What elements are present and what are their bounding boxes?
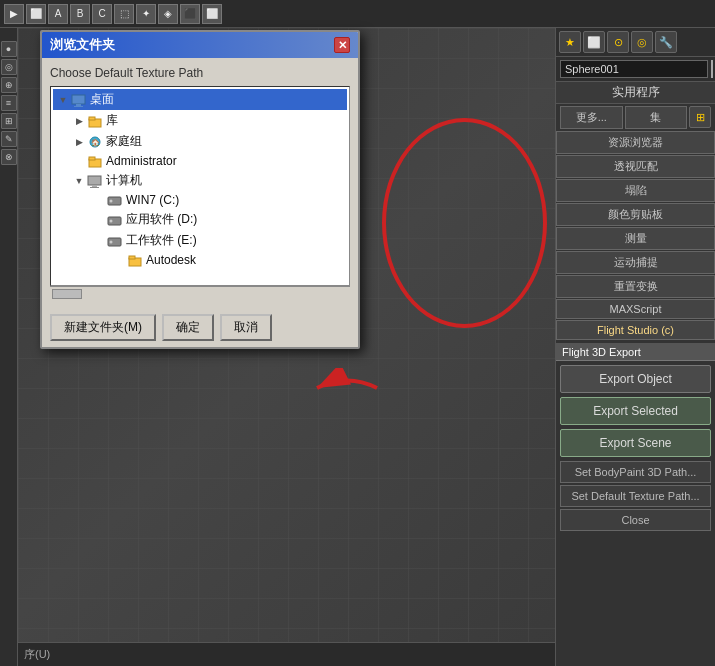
rp-icon-5[interactable]: 🔧 — [655, 31, 677, 53]
left-sidebar: 线框 ● ◎ ⊕ ≡ ⊞ ✎ ⊗ — [0, 28, 18, 666]
dialog-titlebar: 浏览文件夹 ✕ — [42, 32, 358, 58]
tree-item-autodesk[interactable]: Autodesk — [53, 251, 347, 269]
side-icon-1[interactable]: ● — [1, 41, 17, 57]
tree-item-computer[interactable]: ▼ 计算机 — [53, 170, 347, 191]
expand-homegroup[interactable]: ▶ — [73, 135, 85, 149]
toolbar-icon-6[interactable]: ⬚ — [114, 4, 134, 24]
new-folder-button[interactable]: 新建文件夹(M) — [50, 314, 156, 341]
tree-item-admin[interactable]: Administrator — [53, 152, 347, 170]
cancel-button[interactable]: 取消 — [220, 314, 272, 341]
rp-icon-star[interactable]: ★ — [559, 31, 581, 53]
right-panel: ★ ⬜ ⊙ ◎ 🔧 实用程序 更多... 集 ⊞ 资源浏览器 透视匹配 塌陷 颜… — [555, 28, 715, 666]
expand-c — [93, 193, 105, 207]
toolbar-icon-8[interactable]: ◈ — [158, 4, 178, 24]
plugin-section-divider: Flight 3D Export Export Object Export Se… — [556, 343, 715, 533]
expand-desktop[interactable]: ▼ — [57, 93, 69, 107]
admin-icon — [87, 154, 103, 168]
tree-label-desktop: 桌面 — [90, 91, 114, 108]
tree-label-admin: Administrator — [106, 154, 177, 168]
expand-d — [93, 213, 105, 227]
toolbar-icon-5[interactable]: C — [92, 4, 112, 24]
dialog-title: 浏览文件夹 — [50, 36, 115, 54]
object-name-input[interactable] — [560, 60, 708, 78]
bottom-label: 序(U) — [24, 647, 50, 662]
tree-label-library: 库 — [106, 112, 118, 129]
rp-icon-2[interactable]: ⬜ — [583, 31, 605, 53]
svg-rect-28 — [88, 176, 101, 185]
side-icon-4[interactable]: ≡ — [1, 95, 17, 111]
drive-d-icon — [107, 213, 123, 227]
object-color-swatch[interactable] — [711, 60, 713, 78]
tree-item-c[interactable]: WIN7 (C:) — [53, 191, 347, 209]
toolbar-icon-1[interactable]: ▶ — [4, 4, 24, 24]
tree-label-computer: 计算机 — [106, 172, 142, 189]
flight-studio-btn[interactable]: Flight Studio (c) — [556, 320, 715, 340]
expand-admin — [73, 154, 85, 168]
object-name-bar — [556, 57, 715, 82]
maxscript-btn[interactable]: MAXScript — [556, 299, 715, 319]
expand-e — [93, 234, 105, 248]
utility-top-row: 更多... 集 ⊞ — [556, 104, 715, 131]
measure-btn[interactable]: 测量 — [556, 227, 715, 250]
tree-label-homegroup: 家庭组 — [106, 133, 142, 150]
toolbar-icon-2[interactable]: ⬜ — [26, 4, 46, 24]
side-icon-2[interactable]: ◎ — [1, 59, 17, 75]
autodesk-folder-icon — [127, 253, 143, 267]
drive-c-icon — [107, 193, 123, 207]
motion-capture-btn[interactable]: 运动捕提 — [556, 251, 715, 274]
export-selected-btn[interactable]: Export Selected — [560, 397, 711, 425]
expand-computer[interactable]: ▼ — [73, 174, 85, 188]
homegroup-icon: 🏠 — [87, 135, 103, 149]
tree-item-desktop[interactable]: ▼ 桌面 — [53, 89, 347, 110]
set-button[interactable]: 集 — [625, 106, 688, 129]
scrollbar-horizontal[interactable] — [50, 286, 350, 300]
more-button[interactable]: 更多... — [560, 106, 623, 129]
close-plugin-btn[interactable]: Close — [560, 509, 711, 531]
expand-library[interactable]: ▶ — [73, 114, 85, 128]
utilities-icon[interactable]: ⊞ — [689, 106, 711, 128]
svg-rect-27 — [89, 157, 95, 160]
scrollbar-thumb[interactable] — [52, 289, 82, 299]
toolbar-icon-7[interactable]: ✦ — [136, 4, 156, 24]
side-icon-3[interactable]: ⊕ — [1, 77, 17, 93]
svg-text:🏠: 🏠 — [91, 138, 100, 147]
rp-icon-4[interactable]: ◎ — [631, 31, 653, 53]
asset-browser-btn[interactable]: 资源浏览器 — [556, 131, 715, 154]
svg-point-36 — [110, 240, 113, 243]
perspective-match-btn[interactable]: 透视匹配 — [556, 155, 715, 178]
toolbar-icon-10[interactable]: ⬜ — [202, 4, 222, 24]
toolbar-icon-4[interactable]: B — [70, 4, 90, 24]
tree-item-d[interactable]: 应用软件 (D:) — [53, 209, 347, 230]
top-toolbar: ▶ ⬜ A B C ⬚ ✦ ◈ ⬛ ⬜ — [0, 0, 715, 28]
desktop-icon — [71, 93, 87, 107]
export-scene-btn[interactable]: Export Scene — [560, 429, 711, 457]
folder-tree[interactable]: ▼ 桌面 ▶ 库 ▶ 🏠 家庭组 — [50, 86, 350, 286]
collapse-btn[interactable]: 塌陷 — [556, 179, 715, 202]
side-icon-7[interactable]: ⊗ — [1, 149, 17, 165]
side-icon-5[interactable]: ⊞ — [1, 113, 17, 129]
rp-icon-3[interactable]: ⊙ — [607, 31, 629, 53]
toolbar-icons: ▶ ⬜ A B C ⬚ ✦ ◈ ⬛ ⬜ — [4, 4, 222, 24]
dialog-close-button[interactable]: ✕ — [334, 37, 350, 53]
set-bodypaint-btn[interactable]: Set BodyPaint 3D Path... — [560, 461, 711, 483]
toolbar-icon-3[interactable]: A — [48, 4, 68, 24]
right-panel-icons: ★ ⬜ ⊙ ◎ 🔧 — [556, 28, 715, 57]
dialog-subtitle: Choose Default Texture Path — [50, 66, 350, 80]
svg-point-32 — [110, 200, 113, 203]
side-icon-6[interactable]: ✎ — [1, 131, 17, 147]
set-texture-path-btn[interactable]: Set Default Texture Path... — [560, 485, 711, 507]
tree-label-e: 工作软件 (E:) — [126, 232, 197, 249]
color-clipboard-btn[interactable]: 颜色剪贴板 — [556, 203, 715, 226]
tree-item-e[interactable]: 工作软件 (E:) — [53, 230, 347, 251]
toolbar-icon-9[interactable]: ⬛ — [180, 4, 200, 24]
svg-rect-29 — [92, 185, 97, 187]
bottom-strip: 序(U) — [18, 642, 555, 666]
svg-rect-30 — [90, 187, 99, 188]
reset-transform-btn[interactable]: 重置变换 — [556, 275, 715, 298]
export-object-btn[interactable]: Export Object — [560, 365, 711, 393]
tree-item-library[interactable]: ▶ 库 — [53, 110, 347, 131]
dialog-body: Choose Default Texture Path ▼ 桌面 ▶ 库 — [42, 58, 358, 308]
utilities-section-title: 实用程序 — [556, 82, 715, 104]
ok-button[interactable]: 确定 — [162, 314, 214, 341]
tree-item-homegroup[interactable]: ▶ 🏠 家庭组 — [53, 131, 347, 152]
